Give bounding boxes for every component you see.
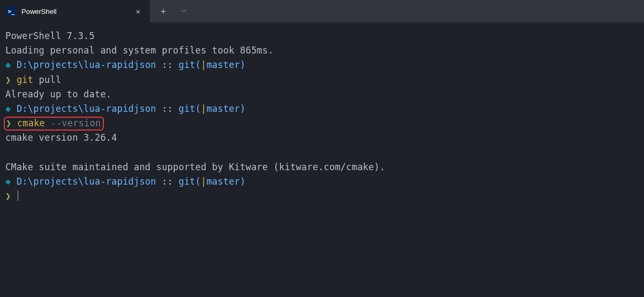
command-arg: pull [33,74,61,85]
git-label: git [179,59,195,70]
command-line: ❯ git pull [5,73,639,87]
prompt-path: D:\projects\lua-rapidjson [17,103,156,114]
prompt-line: ❖ D:\projects\lua-rapidjson :: git(|mast… [5,174,639,189]
title-bar: >_ PowerShell ✕ ＋ ﹀ [0,0,644,22]
branch-name: master [207,176,240,187]
branch-name: master [207,103,240,114]
paren-open: ( [195,103,201,114]
output-line: cmake version 3.26.4 [5,131,639,145]
branch-icon: | [201,59,206,70]
prompt-separator: :: [156,176,179,187]
command-line-highlighted: ❯ cmake --version [5,116,639,131]
command-arg: --version [45,118,101,128]
paren-close: ) [240,59,245,70]
command-text: cmake [17,118,45,128]
paren-close: ) [240,103,245,114]
prompt-arrow-icon: ❯ [6,118,11,128]
output-line: CMake suite maintained and supported by … [5,160,639,174]
cursor [18,191,18,201]
prompt-line: ❖ D:\projects\lua-rapidjson :: git(|mast… [5,58,639,72]
tab-powershell[interactable]: >_ PowerShell ✕ [0,0,150,22]
command-line-empty: ❯ [5,189,639,203]
branch-name: master [207,59,240,70]
tab-title: PowerShell [21,7,126,16]
prompt-path: D:\projects\lua-rapidjson [17,176,156,187]
branch-icon: | [201,103,206,114]
terminal-content[interactable]: PowerShell 7.3.5 Loading personal and sy… [0,22,644,210]
paren-open: ( [195,176,201,187]
prompt-separator: :: [156,103,179,114]
output-line: PowerShell 7.3.5 [5,29,639,43]
blank-line [5,146,639,160]
prompt-separator: :: [156,59,179,70]
output-line: Loading personal and system profiles too… [5,43,639,58]
prompt-arrow-icon: ❯ [5,74,11,85]
branch-icon: | [201,176,206,187]
highlight-box: ❯ cmake --version [4,117,104,131]
windows-icon: ❖ [5,59,11,70]
git-label: git [179,176,195,187]
paren-open: ( [195,59,201,70]
paren-close: ) [240,176,245,187]
close-icon[interactable]: ✕ [132,5,145,18]
prompt-line: ❖ D:\projects\lua-rapidjson :: git(|mast… [5,102,639,116]
git-label: git [179,103,195,114]
powershell-icon: >_ [6,6,16,16]
tab-actions: ＋ ﹀ [153,0,194,22]
output-line: Already up to date. [5,87,639,102]
prompt-path: D:\projects\lua-rapidjson [17,59,156,70]
prompt-arrow-icon: ❯ [5,191,11,201]
command-text: git [17,74,33,85]
dropdown-icon[interactable]: ﹀ [173,0,194,22]
add-tab-button[interactable]: ＋ [153,0,173,22]
windows-icon: ❖ [5,176,11,187]
windows-icon: ❖ [5,103,11,114]
